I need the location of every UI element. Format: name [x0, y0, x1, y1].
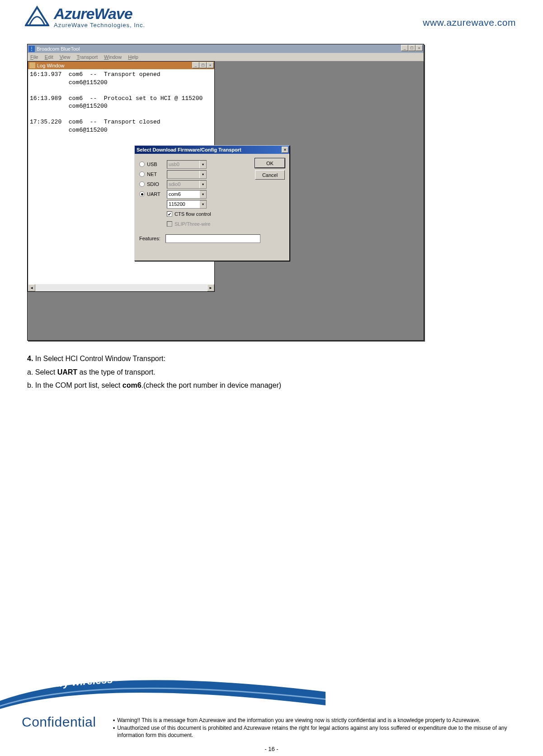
dialog-title: Select Download Firmware/Config Transpor…: [137, 147, 241, 152]
radio-usb[interactable]: [139, 162, 145, 167]
combo-uart-baud[interactable]: 115200▼: [167, 200, 207, 209]
log-close-button[interactable]: ×: [207, 62, 214, 68]
brand-subtitle: AzureWave Technologies, Inc.: [54, 22, 145, 29]
checkbox-slip[interactable]: [167, 221, 172, 227]
dialog-titlebar: Select Download Firmware/Config Transpor…: [135, 146, 289, 154]
menu-window[interactable]: Window: [104, 54, 122, 60]
cancel-button[interactable]: Cancel: [255, 170, 285, 180]
close-button[interactable]: ×: [416, 45, 423, 51]
label-net: NET: [147, 171, 167, 177]
footer-warning: •Warning!! This is a message from Azurew…: [113, 717, 525, 739]
app-window: ⋮ Broadcom BlueTool _ □ × File Edit View…: [28, 44, 424, 61]
page-footer: Inspired by wireless Confidential •Warni…: [0, 654, 543, 756]
log-window-title: Log Window: [37, 63, 65, 68]
maximize-button[interactable]: □: [408, 45, 416, 51]
chevron-down-icon: ▼: [199, 181, 206, 188]
menu-file[interactable]: File: [30, 54, 38, 60]
checkbox-cts[interactable]: ✔: [167, 211, 172, 217]
app-title: Broadcom BlueTool: [37, 46, 80, 52]
label-cts: CTS flow control: [175, 211, 211, 217]
chevron-down-icon: ▼: [199, 171, 206, 178]
scroll-left-button[interactable]: ◄: [28, 284, 35, 291]
instruction-text: 4. In Select HCI Control Window Transpor…: [27, 352, 281, 392]
bluetooth-icon: ⋮: [28, 46, 35, 52]
logo-icon: [25, 5, 49, 29]
dialog-close-button[interactable]: ×: [282, 147, 288, 153]
page-number: - 16 -: [0, 746, 543, 752]
features-input[interactable]: [165, 234, 260, 243]
chevron-down-icon: ▼: [199, 161, 206, 168]
scroll-right-button[interactable]: ►: [207, 284, 214, 291]
label-uart: UART: [147, 191, 167, 197]
embedded-screenshot: ⋮ Broadcom BlueTool _ □ × File Edit View…: [27, 44, 424, 341]
combo-sdio[interactable]: sdio0▼: [167, 180, 207, 189]
confidential-label: Confidential: [22, 714, 96, 730]
log-window-titlebar: Log Window _ □ ×: [28, 62, 214, 69]
app-titlebar: ⋮ Broadcom BlueTool _ □ ×: [28, 44, 424, 53]
minimize-button[interactable]: _: [401, 45, 408, 51]
label-features: Features:: [139, 236, 165, 241]
radio-net[interactable]: [139, 171, 145, 177]
log-maximize-button[interactable]: □: [199, 62, 207, 68]
combo-usb[interactable]: usb0▼: [167, 160, 207, 169]
radio-sdio[interactable]: [139, 181, 145, 187]
page-header: AzureWave AzureWave Technologies, Inc. w…: [25, 5, 516, 33]
log-minimize-button[interactable]: _: [192, 62, 199, 68]
combo-net[interactable]: ▼: [167, 170, 207, 179]
menu-help[interactable]: Help: [128, 54, 138, 60]
chevron-down-icon: ▼: [199, 190, 206, 198]
menu-transport[interactable]: Transport: [76, 54, 98, 60]
horizontal-scrollbar[interactable]: ◄ ►: [28, 284, 214, 291]
transport-dialog: Select Download Firmware/Config Transpor…: [134, 145, 290, 261]
menu-bar: File Edit View Transport Window Help: [28, 53, 424, 61]
label-sdio: SDIO: [147, 181, 167, 187]
label-usb: USB: [147, 162, 167, 167]
brand-url: www.azurewave.com: [423, 17, 516, 28]
chevron-down-icon: ▼: [199, 200, 206, 208]
combo-uart-port[interactable]: com6▼: [167, 190, 207, 199]
brand-name: AzureWave: [54, 5, 145, 23]
radio-uart[interactable]: [139, 191, 145, 197]
menu-view[interactable]: View: [60, 54, 71, 60]
ok-button[interactable]: OK: [255, 158, 285, 168]
scroll-track[interactable]: [35, 284, 207, 291]
menu-edit[interactable]: Edit: [45, 54, 53, 60]
label-slip: SLIP/Three-wire: [175, 221, 210, 227]
log-icon: [29, 62, 35, 68]
